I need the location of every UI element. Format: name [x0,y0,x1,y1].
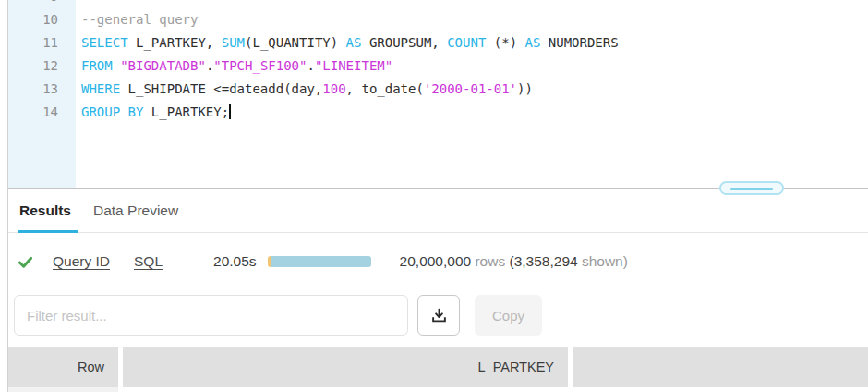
line-number: 12 [8,55,58,78]
success-check-icon [18,255,32,269]
sql-editor[interactable]: 910--general query11SELECT L_PARTKEY, SU… [8,0,868,188]
table-first-row-sliver [8,387,118,392]
duration-bar-execute-segment [271,256,371,267]
code-lines: 910--general query11SELECT L_PARTKEY, SU… [8,0,868,124]
line-number: 13 [8,78,58,101]
code-line: 11SELECT L_PARTKEY, SUM(L_QUANTITY) AS G… [8,31,868,55]
code-text: FROM "BIGDATADB"."TPCH_SF100"."LINEITEM" [81,55,392,78]
code-text: SELECT L_PARTKEY, SUM(L_QUANTITY) AS GRO… [81,31,619,55]
query-duration: 20.05s [213,253,257,270]
active-tab-underline [18,230,78,233]
shown-word: shown) [578,253,628,269]
code-text: WHERE L_SHIPDATE <=dateadd(day,100, to_d… [81,78,533,101]
copy-button[interactable]: Copy [475,295,542,336]
duration-bar [268,256,371,267]
line-number: 10 [8,8,58,31]
tab-data-preview[interactable]: Data Preview [93,189,178,233]
download-icon [431,308,447,324]
query-meta-row: Query ID SQL 20.05s 20,000,000 rows (3,3… [18,243,859,280]
query-id-link[interactable]: Query ID [53,253,110,270]
rows-summary: 20,000,000 rows (3,358,294 shown) [400,253,628,270]
table-header-l-partkey[interactable]: L_PARTKEY [123,347,568,387]
sql-link[interactable]: SQL [134,253,163,270]
results-tab-bar: Results Data Preview [8,189,868,233]
code-line: 10--general query [8,8,868,31]
text-cursor [229,104,231,119]
tab-results[interactable]: Results [18,189,73,233]
line-number: 14 [8,101,58,124]
sql-worksheet: 910--general query11SELECT L_PARTKEY, SU… [0,0,868,392]
code-line: 13WHERE L_SHIPDATE <=dateadd(day,100, to… [8,78,868,101]
rows-total: 20,000,000 [400,253,472,269]
code-text: --general query [81,8,198,31]
line-number: 11 [8,31,58,55]
line-number: 9 [8,0,58,8]
code-line: 9 [8,0,868,8]
download-button[interactable] [417,295,460,336]
rows-shown: (3,358,294 [510,253,578,269]
code-line: 12FROM "BIGDATADB"."TPCH_SF100"."LINEITE… [8,55,868,78]
table-header-next-column[interactable] [573,347,868,387]
table-header-row-number[interactable]: Row [8,347,118,387]
rows-word: rows [471,253,509,269]
code-text: GROUP BY L_PARTKEY; [81,101,231,124]
filter-result-input[interactable] [14,295,408,336]
code-line: 14GROUP BY L_PARTKEY; [8,101,868,124]
